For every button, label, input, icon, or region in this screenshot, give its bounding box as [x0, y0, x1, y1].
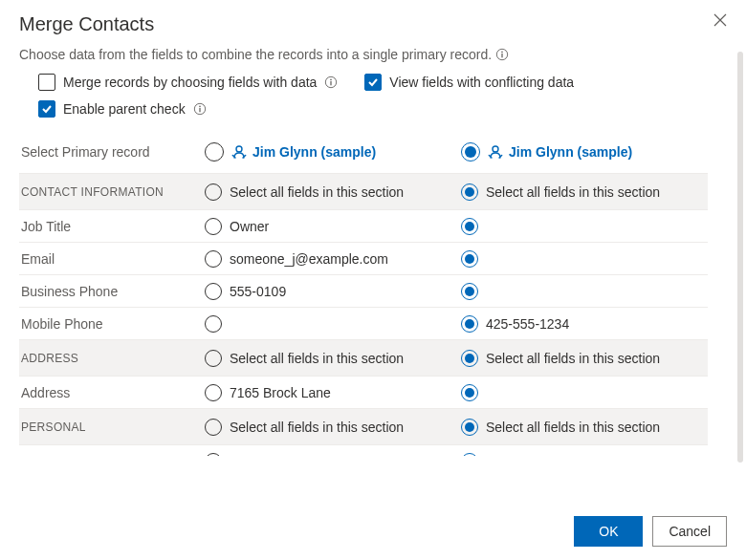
radio-section-a[interactable] — [205, 183, 222, 201]
checkbox-label: Merge records by choosing fields with da… — [63, 75, 317, 90]
section-select-text: Select all fields in this section — [486, 184, 660, 200]
primary-record-a[interactable]: Jim Glynn (sample) — [205, 142, 461, 162]
section-header: CONTACT INFORMATIONSelect all fields in … — [19, 173, 708, 209]
radio-section-b[interactable] — [461, 183, 478, 201]
checkbox-enable-parent[interactable]: Enable parent check — [38, 100, 207, 118]
radio-field-b[interactable] — [461, 218, 478, 235]
field-label: Address — [19, 385, 205, 400]
contact-icon — [231, 144, 247, 160]
field-option-a[interactable] — [205, 315, 461, 333]
radio-field-a[interactable] — [205, 384, 222, 401]
radio-primary-b[interactable] — [461, 142, 480, 162]
field-option-b[interactable] — [461, 283, 708, 300]
cancel-button[interactable]: Cancel — [652, 516, 727, 547]
field-option-b[interactable] — [461, 453, 708, 457]
field-value-a: 7165 Brock Lane — [230, 385, 331, 400]
merge-contacts-dialog: Merge Contacts Choose data from the fiel… — [0, 0, 727, 456]
field-row: GenderMale — [19, 444, 708, 456]
info-icon[interactable] — [193, 102, 207, 116]
primary-record-row: Select Primary record Jim Glynn (sample)… — [19, 131, 708, 173]
checkbox-box — [38, 74, 55, 91]
svg-point-1 — [501, 52, 503, 54]
radio-field-a[interactable] — [205, 315, 222, 333]
field-row: Emailsomeone_j@example.com — [19, 242, 708, 274]
field-label: Email — [19, 251, 205, 267]
info-icon[interactable] — [495, 48, 509, 61]
section-select-all-b[interactable]: Select all fields in this section — [461, 183, 708, 201]
radio-field-a[interactable] — [205, 250, 222, 268]
field-option-a[interactable]: Male — [205, 453, 461, 457]
field-option-b[interactable] — [461, 218, 708, 235]
radio-field-a[interactable] — [205, 453, 222, 457]
field-option-b[interactable] — [461, 384, 708, 401]
section-select-text: Select all fields in this section — [486, 420, 660, 435]
radio-section-a[interactable] — [205, 350, 222, 367]
section-name: ADDRESS — [19, 352, 205, 365]
close-icon — [713, 13, 727, 27]
svg-rect-5 — [331, 81, 332, 85]
section-name: CONTACT INFORMATION — [19, 185, 205, 199]
svg-point-10 — [493, 146, 498, 152]
close-button[interactable] — [710, 10, 731, 34]
field-row: Job TitleOwner — [19, 209, 708, 242]
section-select-text: Select all fields in this section — [230, 420, 404, 435]
field-row: Mobile Phone425-555-1234 — [19, 307, 708, 339]
fields-grid: Select Primary record Jim Glynn (sample)… — [19, 131, 708, 456]
primary-record-b[interactable]: Jim Glynn (sample) — [461, 142, 708, 162]
primary-row-label: Select Primary record — [19, 144, 205, 160]
field-value-a: 555-0109 — [230, 284, 286, 299]
field-option-a[interactable]: someone_j@example.com — [205, 250, 461, 268]
section-select-all-b[interactable]: Select all fields in this section — [461, 419, 708, 436]
section-select-text: Select all fields in this section — [486, 351, 660, 366]
field-label: Job Title — [19, 219, 205, 234]
field-value-b: 425-555-1234 — [486, 316, 569, 332]
field-label: Gender — [19, 454, 205, 457]
subtitle-text: Choose data from the fields to combine t… — [19, 47, 492, 62]
section-select-all-a[interactable]: Select all fields in this section — [205, 419, 461, 436]
radio-primary-a[interactable] — [205, 142, 224, 162]
checkbox-box — [364, 74, 382, 91]
field-label: Business Phone — [19, 284, 205, 299]
radio-field-b[interactable] — [461, 283, 478, 300]
info-icon[interactable] — [324, 75, 338, 89]
dialog-footer: OK Cancel — [574, 516, 727, 547]
radio-field-a[interactable] — [205, 218, 222, 235]
checkbox-merge-by-fields[interactable]: Merge records by choosing fields with da… — [38, 74, 338, 91]
field-value-a: Owner — [230, 219, 269, 234]
fields-scroll-area[interactable]: Select Primary record Jim Glynn (sample)… — [19, 131, 708, 456]
dialog-title: Merge Contacts — [19, 13, 708, 35]
section-select-all-a[interactable]: Select all fields in this section — [205, 350, 461, 367]
section-header: ADDRESSSelect all fields in this section… — [19, 339, 708, 376]
checkbox-box — [38, 100, 55, 118]
contact-icon — [488, 144, 503, 160]
record-name-b: Jim Glynn (sample) — [488, 144, 632, 160]
radio-field-b[interactable] — [461, 315, 478, 333]
field-option-a[interactable]: Owner — [205, 218, 461, 235]
radio-field-b[interactable] — [461, 453, 478, 457]
field-row: Business Phone555-0109 — [19, 274, 708, 307]
radio-section-b[interactable] — [461, 350, 478, 367]
radio-field-b[interactable] — [461, 250, 478, 268]
field-label: Mobile Phone — [19, 316, 205, 332]
section-select-all-a[interactable]: Select all fields in this section — [205, 183, 461, 201]
svg-rect-2 — [502, 54, 503, 57]
field-option-a[interactable]: 555-0109 — [205, 283, 461, 300]
field-option-a[interactable]: 7165 Brock Lane — [205, 384, 461, 401]
dialog-subtitle: Choose data from the fields to combine t… — [19, 47, 708, 62]
radio-field-a[interactable] — [205, 283, 222, 300]
checkbox-view-conflicting[interactable]: View fields with conflicting data — [364, 74, 574, 91]
radio-section-a[interactable] — [205, 419, 222, 436]
checkbox-label: Enable parent check — [63, 101, 186, 117]
section-select-text: Select all fields in this section — [230, 184, 404, 200]
field-option-b[interactable]: 425-555-1234 — [461, 315, 708, 333]
radio-field-b[interactable] — [461, 384, 478, 401]
options-block: Merge records by choosing fields with da… — [38, 74, 708, 118]
radio-section-b[interactable] — [461, 419, 478, 436]
section-header: PERSONALSelect all fields in this sectio… — [19, 408, 708, 444]
section-select-all-b[interactable]: Select all fields in this section — [461, 350, 708, 367]
ok-button[interactable]: OK — [574, 516, 643, 547]
svg-rect-8 — [199, 108, 200, 112]
scrollbar[interactable] — [737, 52, 743, 463]
field-option-b[interactable] — [461, 250, 708, 268]
field-value-a: Male — [230, 454, 258, 457]
